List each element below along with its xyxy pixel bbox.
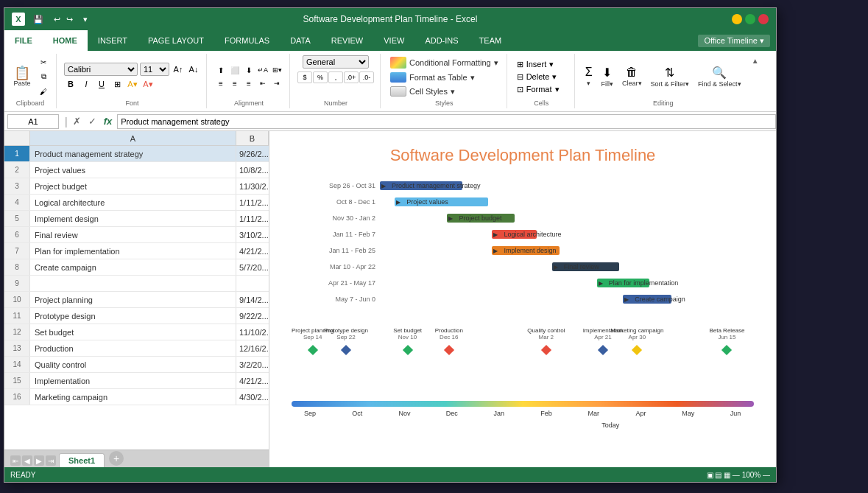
table-row[interactable]: 16 Marketing campaign 4/30/2... <box>4 389 269 405</box>
cell-a12[interactable]: Set budget <box>30 324 236 340</box>
table-row[interactable]: 8 Create campaign 5/7/20... <box>4 259 269 276</box>
sheet-nav-prev[interactable]: ◀ <box>22 455 32 466</box>
cell-b16[interactable]: 4/30/2... <box>236 389 269 405</box>
fill-color-button[interactable]: A▾ <box>126 77 139 91</box>
sort-filter-button[interactable]: ⇅ Sort & Filter▾ <box>648 64 693 89</box>
cell-a2[interactable]: Project values <box>30 162 236 178</box>
cell-b4[interactable]: 1/11/2... <box>236 195 269 210</box>
insert-button[interactable]: ⊞ Insert ▾ <box>515 59 562 70</box>
format-painter-button[interactable]: 🖌 <box>37 85 50 98</box>
cell-b1[interactable]: 9/26/2... <box>236 146 269 161</box>
cell-a14[interactable]: Quality control <box>30 357 236 372</box>
ribbon-collapse[interactable]: ▲ <box>752 54 762 108</box>
customize-qat-button[interactable]: ▾ <box>81 15 90 24</box>
table-row[interactable]: 10 Project planning 9/14/2... <box>4 292 269 308</box>
align-right-button[interactable]: ≡ <box>242 77 255 89</box>
cell-b3[interactable]: 11/30/2... <box>236 178 269 194</box>
formula-input[interactable] <box>117 114 776 129</box>
minimize-button[interactable] <box>732 14 742 24</box>
cell-b11[interactable]: 9/22/2... <box>236 308 269 324</box>
cell-a6[interactable]: Final review <box>30 227 236 242</box>
close-button[interactable] <box>758 14 769 24</box>
tab-formulas[interactable]: FORMULAS <box>214 30 280 51</box>
border-button[interactable]: ⊞ <box>110 77 124 91</box>
cell-a7[interactable]: Plan for implementation <box>30 243 236 259</box>
sheet-tab-sheet1[interactable]: Sheet1 <box>59 453 105 467</box>
cell-b15[interactable]: 4/21/2... <box>236 373 269 388</box>
col-a-header[interactable]: A <box>30 131 236 145</box>
sheet-nav-last[interactable]: ⇥ <box>46 455 56 466</box>
percent-button[interactable]: % <box>313 71 328 83</box>
tab-home[interactable]: HOME <box>43 30 88 51</box>
cell-a11[interactable]: Prototype design <box>30 308 236 324</box>
cancel-icon[interactable]: ✗ <box>71 115 83 127</box>
cell-a8[interactable]: Create campaign <box>30 259 236 275</box>
cell-a13[interactable]: Production <box>30 340 236 356</box>
cell-b2[interactable]: 10/8/2... <box>236 162 269 178</box>
table-row[interactable]: 1 Product management strategy 9/26/2... <box>4 146 269 162</box>
align-top-button[interactable]: ⬆ <box>214 64 227 76</box>
tab-file[interactable]: FILE <box>4 30 43 51</box>
function-icon[interactable]: fx <box>102 115 115 127</box>
tab-insert[interactable]: INSERT <box>88 30 138 51</box>
table-row[interactable]: 13 Production 12/16/2... <box>4 340 269 357</box>
cell-reference-input[interactable] <box>7 114 59 129</box>
quick-save-button[interactable]: 💾 <box>31 15 46 24</box>
cell-b7[interactable]: 4/21/2... <box>236 243 269 259</box>
tab-page-layout[interactable]: PAGE LAYOUT <box>138 30 214 51</box>
cut-button[interactable]: ✂ <box>37 55 50 69</box>
fill-button[interactable]: ⬇ Fill▾ <box>599 64 617 89</box>
wrap-text-button[interactable]: ↵A <box>256 64 269 76</box>
table-row[interactable]: 12 Set budget 11/10/2... <box>4 324 269 340</box>
merge-button[interactable]: ⊞▾ <box>270 64 283 76</box>
font-grow-button[interactable]: A↑ <box>172 63 185 76</box>
cell-b12[interactable]: 11/10/2... <box>236 324 269 340</box>
cell-a16[interactable]: Marketing campaign <box>30 389 236 405</box>
table-row[interactable]: 4 Logical architecture 1/11/2... <box>4 195 269 211</box>
italic-button[interactable]: I <box>80 77 93 91</box>
undo-button[interactable]: ↩ <box>52 15 63 24</box>
tab-data[interactable]: DATA <box>280 30 321 51</box>
cell-b14[interactable]: 3/2/20... <box>236 357 269 372</box>
cell-a15[interactable]: Implementation <box>30 373 236 388</box>
cell-a10[interactable]: Project planning <box>30 292 236 307</box>
cell-a9[interactable] <box>30 276 236 291</box>
cell-styles-button[interactable]: Cell Styles ▾ <box>388 85 501 97</box>
align-middle-button[interactable]: ⬜ <box>228 64 241 76</box>
underline-button[interactable]: U <box>95 77 108 91</box>
dec-increase-button[interactable]: .0+ <box>344 71 359 83</box>
maximize-button[interactable] <box>745 14 755 24</box>
align-center-button[interactable]: ≡ <box>228 77 241 89</box>
font-color-button[interactable]: A▾ <box>141 77 155 91</box>
format-as-table-button[interactable]: Format as Table ▾ <box>388 71 501 83</box>
table-row[interactable]: 7 Plan for implementation 4/21/2... <box>4 243 269 259</box>
tab-team[interactable]: TEAM <box>469 30 512 51</box>
increase-indent-button[interactable]: ⇥ <box>270 77 283 89</box>
cell-b13[interactable]: 12/16/2... <box>236 340 269 356</box>
redo-button[interactable]: ↪ <box>64 15 75 24</box>
sheet-nav-first[interactable]: ⇤ <box>10 455 21 466</box>
font-shrink-button[interactable]: A↓ <box>187 63 200 76</box>
table-row[interactable]: 2 Project values 10/8/2... <box>4 162 269 178</box>
decrease-indent-button[interactable]: ⇤ <box>256 77 269 89</box>
conditional-formatting-button[interactable]: Conditional Formatting ▾ <box>388 56 501 69</box>
delete-button[interactable]: ⊟ Delete ▾ <box>515 71 562 83</box>
table-row[interactable]: 3 Project budget 11/30/2... <box>4 178 269 195</box>
table-row[interactable]: 14 Quality control 3/2/20... <box>4 357 269 373</box>
table-row[interactable]: 6 Final review 3/10/2... <box>4 227 269 243</box>
cell-a4[interactable]: Logical architecture <box>30 195 236 210</box>
table-row[interactable]: 9 <box>4 276 269 292</box>
cell-a5[interactable]: Implement design <box>30 211 236 226</box>
cell-b5[interactable]: 1/11/2... <box>236 211 269 226</box>
add-sheet-button[interactable]: + <box>109 451 124 466</box>
cell-b9[interactable] <box>236 276 269 291</box>
col-b-header[interactable]: B <box>236 131 269 145</box>
table-row[interactable]: 15 Implementation 4/21/2... <box>4 373 269 389</box>
cell-b8[interactable]: 5/7/20... <box>236 259 269 275</box>
tab-review[interactable]: REVIEW <box>321 30 373 51</box>
tab-view[interactable]: VIEW <box>373 30 414 51</box>
confirm-icon[interactable]: ✓ <box>86 115 99 127</box>
copy-button[interactable]: ⧉ <box>37 70 50 83</box>
paste-button[interactable]: 📋 Paste <box>10 65 34 88</box>
format-button[interactable]: ⊡ Format ▾ <box>515 84 562 95</box>
